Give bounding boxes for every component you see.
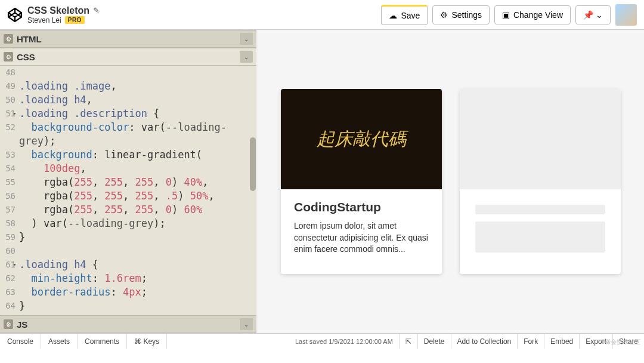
code-line[interactable]: 53 background: linear-gradient( [0, 148, 256, 162]
skeleton-text [475, 222, 605, 253]
code-line[interactable]: grey); [0, 134, 256, 148]
line-number: 60 [0, 244, 19, 258]
code-line[interactable]: 65 [0, 313, 256, 315]
line-number: 63 [0, 285, 19, 299]
cloud-icon: ☁ [389, 11, 397, 20]
code-line[interactable]: 50.loading h4, [0, 93, 256, 107]
code-editor[interactable]: 4849.loading .image,50.loading h4,51▾.lo… [0, 66, 256, 315]
code-line[interactable]: 62 min-height: 1.6rem; [0, 272, 256, 285]
footer-tab[interactable]: Console [0, 334, 41, 349]
panel-header-js[interactable]: ⚙ JS ⌄ [0, 315, 256, 333]
skeleton-title [475, 205, 605, 214]
editor-column: ⚙ HTML ⌄ ⚙ CSS ⌄ 4849.loading .image,50.… [0, 30, 258, 333]
panel-header-html[interactable]: ⚙ HTML ⌄ [0, 30, 256, 48]
line-number: 50 [0, 93, 19, 107]
scrollbar-thumb[interactable] [250, 137, 256, 191]
footer-action[interactable]: Embed [544, 334, 579, 349]
last-saved: Last saved 1/9/2021 12:00:00 AM [289, 338, 399, 345]
topbar: CSS Skeleton ✎ Steven Lei PRO ☁ Save ⚙ S… [0, 0, 644, 30]
change-view-button[interactable]: ▣ Change View [494, 5, 571, 24]
line-number: 65 [0, 313, 19, 315]
skeleton-image [460, 89, 621, 189]
line-number [0, 134, 19, 148]
edit-title-icon[interactable]: ✎ [93, 6, 100, 15]
code-line[interactable]: 49.loading .image, [0, 79, 256, 93]
footer-tab[interactable]: Comments [78, 334, 127, 349]
fold-icon[interactable]: ▾ [13, 258, 16, 272]
card-description: Lorem ipsum dolor, sit amet consectetur … [294, 220, 429, 256]
chevron-down-icon: ⌄ [596, 10, 603, 20]
line-number: 62 [0, 272, 19, 285]
line-number: 59 [0, 230, 19, 244]
fold-icon[interactable]: ▾ [13, 107, 16, 121]
code-line[interactable]: 56 rgba(255, 255, 255, .5) 50%, [0, 189, 256, 203]
chevron-down-icon[interactable]: ⌄ [240, 51, 253, 63]
code-line[interactable]: 48 [0, 66, 256, 79]
main: ⚙ HTML ⌄ ⚙ CSS ⌄ 4849.loading .image,50.… [0, 30, 644, 333]
watermark: ©稀金技术社区 [600, 338, 640, 346]
line-number: 51▾ [0, 107, 19, 121]
layout-icon: ▣ [502, 10, 510, 20]
pin-icon: 📌 [583, 10, 593, 20]
chevron-down-icon[interactable]: ⌄ [240, 318, 253, 330]
line-number: 58 [0, 217, 19, 230]
gear-icon[interactable]: ⚙ [4, 52, 13, 61]
preview-card-skeleton [460, 89, 621, 274]
card-title: CodingStartup [294, 200, 429, 214]
gear-icon: ⚙ [440, 10, 448, 20]
gear-icon[interactable]: ⚙ [4, 34, 13, 44]
code-line[interactable]: 51▾.loading .description { [0, 107, 256, 121]
code-line[interactable]: 54 100deg, [0, 162, 256, 176]
line-number: 55 [0, 176, 19, 189]
pro-badge: PRO [65, 16, 85, 24]
footer-action[interactable]: Fork [517, 334, 544, 349]
external-icon: ⇱ [405, 337, 411, 346]
card-image: 起床敲代碼 [281, 89, 442, 189]
preview-card-loaded: 起床敲代碼 CodingStartup Lorem ipsum dolor, s… [281, 89, 442, 274]
scrollbar[interactable] [249, 66, 256, 315]
line-number: 57 [0, 203, 19, 217]
code-line[interactable]: 55 rgba(255, 255, 255, 0) 40%, [0, 176, 256, 189]
author-name[interactable]: Steven Lei [27, 16, 61, 24]
code-line[interactable]: 57 rgba(255, 255, 255, 0) 60% [0, 203, 256, 217]
title-group: CSS Skeleton ✎ Steven Lei PRO [27, 5, 100, 24]
line-number: 61▾ [0, 258, 19, 272]
footer-tab[interactable]: ⌘ Keys [127, 334, 167, 349]
gear-icon[interactable]: ⚙ [4, 319, 13, 329]
code-line[interactable]: 64} [0, 299, 256, 313]
avatar[interactable] [615, 4, 637, 26]
pin-dropdown-button[interactable]: 📌 ⌄ [575, 5, 611, 24]
code-line[interactable]: 60 [0, 244, 256, 258]
line-number: 53 [0, 148, 19, 162]
line-number: 56 [0, 189, 19, 203]
footer: ConsoleAssetsComments⌘ Keys Last saved 1… [0, 333, 644, 349]
code-line[interactable]: 58 ) var(--loading-grey); [0, 217, 256, 230]
line-number: 49 [0, 79, 19, 93]
footer-action[interactable]: Add to Collection [451, 334, 518, 349]
footer-tab[interactable]: Assets [41, 334, 78, 349]
code-line[interactable]: 52 background-color: var(--loading- [0, 121, 256, 134]
line-number: 52 [0, 121, 19, 134]
code-line[interactable]: 63 border-radius: 4px; [0, 285, 256, 299]
codepen-logo-icon[interactable] [7, 7, 23, 23]
chevron-down-icon[interactable]: ⌄ [240, 33, 253, 45]
panel-header-css[interactable]: ⚙ CSS ⌄ [0, 48, 256, 66]
save-button[interactable]: ☁ Save [381, 5, 428, 25]
code-line[interactable]: 61▾.loading h4 { [0, 258, 256, 272]
code-line[interactable]: 59} [0, 230, 256, 244]
pen-title[interactable]: CSS Skeleton [27, 5, 89, 16]
share-icon-button[interactable]: ⇱ [399, 334, 417, 349]
footer-action[interactable]: Delete [417, 334, 451, 349]
line-number: 54 [0, 162, 19, 176]
line-number: 64 [0, 299, 19, 313]
preview-pane: 起床敲代碼 CodingStartup Lorem ipsum dolor, s… [258, 30, 644, 333]
line-number: 48 [0, 66, 19, 79]
settings-button[interactable]: ⚙ Settings [432, 5, 490, 24]
